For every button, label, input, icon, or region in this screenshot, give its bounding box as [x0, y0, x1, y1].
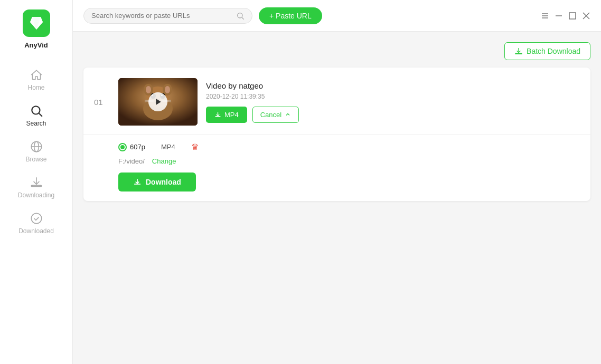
batch-download-icon — [514, 47, 523, 55]
svg-marker-37 — [156, 99, 161, 105]
window-controls — [541, 12, 590, 20]
video-thumbnail[interactable] — [118, 78, 198, 126]
download-button[interactable]: Download — [118, 173, 196, 191]
search-input[interactable] — [91, 12, 232, 20]
radio-dot-inner — [120, 145, 125, 149]
search-icon — [236, 12, 245, 20]
download-mp4-icon — [214, 111, 221, 118]
svg-point-27 — [165, 86, 170, 93]
mp4-button[interactable]: MP4 — [206, 107, 247, 123]
maximize-icon[interactable] — [568, 12, 577, 20]
video-actions: MP4 Cancel — [206, 107, 580, 123]
sidebar-item-search-label: Search — [26, 120, 46, 127]
sidebar-item-downloading[interactable]: Downloading — [0, 169, 72, 204]
sidebar-item-browse-label: Browse — [25, 156, 46, 163]
sidebar-item-downloaded-label: Downloaded — [18, 227, 54, 235]
cancel-button[interactable]: Cancel — [252, 107, 299, 123]
svg-point-5 — [32, 106, 40, 114]
svg-line-6 — [39, 113, 42, 117]
close-icon[interactable] — [582, 12, 590, 20]
logo-area: AnyVid — [0, 0, 72, 56]
play-icon — [154, 98, 163, 106]
nav-items: Home Search Browse — [0, 62, 72, 240]
resolution-label: 607p — [130, 143, 145, 151]
sidebar-item-home-label: Home — [27, 84, 44, 91]
menu-icon[interactable] — [541, 12, 549, 20]
svg-point-26 — [146, 86, 151, 93]
chevron-up-icon — [285, 111, 291, 118]
search-nav-icon — [30, 104, 43, 118]
svg-point-11 — [31, 213, 42, 224]
svg-point-12 — [238, 13, 242, 17]
app-logo — [23, 9, 50, 37]
batch-download-label: Batch Download — [527, 47, 580, 55]
minimize-icon[interactable] — [555, 12, 563, 20]
paste-url-button[interactable]: + Paste URL — [259, 7, 322, 24]
app-name: AnyVid — [24, 41, 48, 49]
play-button-overlay[interactable] — [148, 92, 167, 111]
sidebar-item-downloaded[interactable]: Downloaded — [0, 205, 72, 240]
topbar: + Paste URL — [73, 0, 601, 32]
sidebar: AnyVid Home Search Browse — [0, 0, 73, 364]
search-box[interactable] — [83, 8, 252, 24]
save-path: F:/video/ — [118, 157, 145, 165]
path-row: F:/video/ Change — [118, 157, 580, 165]
downloading-icon — [30, 176, 43, 189]
browse-icon — [30, 140, 43, 154]
cancel-label: Cancel — [260, 111, 281, 119]
video-title: Video by natgeo — [206, 81, 580, 90]
sidebar-item-downloading-label: Downloading — [18, 191, 54, 199]
change-path-link[interactable]: Change — [152, 157, 176, 165]
video-card-top: 01 — [83, 68, 590, 134]
svg-rect-18 — [569, 13, 576, 19]
main-content: + Paste URL — [73, 0, 601, 364]
home-icon — [30, 68, 43, 82]
sidebar-item-home[interactable]: Home — [0, 62, 72, 97]
svg-line-13 — [242, 17, 244, 20]
mp4-label: MP4 — [224, 111, 239, 119]
crown-icon: ♛ — [191, 142, 199, 152]
download-label: Download — [146, 178, 181, 186]
downloaded-icon — [30, 212, 43, 225]
sidebar-item-search[interactable]: Search — [0, 98, 72, 132]
sidebar-item-browse[interactable]: Browse — [0, 133, 72, 168]
video-date: 2020-12-20 11:39:35 — [206, 93, 580, 100]
video-info: Video by natgeo 2020-12-20 11:39:35 MP4 … — [206, 81, 580, 123]
batch-download-button[interactable]: Batch Download — [504, 42, 590, 60]
resolution-option[interactable]: 607p — [118, 143, 145, 151]
content-area: Batch Download 01 — [73, 32, 601, 364]
detail-row: 607p MP4 ♛ — [118, 142, 580, 152]
video-card-details: 607p MP4 ♛ F:/video/ Change Download — [83, 134, 590, 201]
format-label: MP4 — [161, 143, 175, 151]
batch-download-row: Batch Download — [83, 42, 590, 60]
radio-button[interactable] — [118, 143, 127, 151]
video-card: 01 — [83, 68, 590, 201]
download-icon — [133, 178, 142, 186]
track-number: 01 — [94, 98, 110, 107]
